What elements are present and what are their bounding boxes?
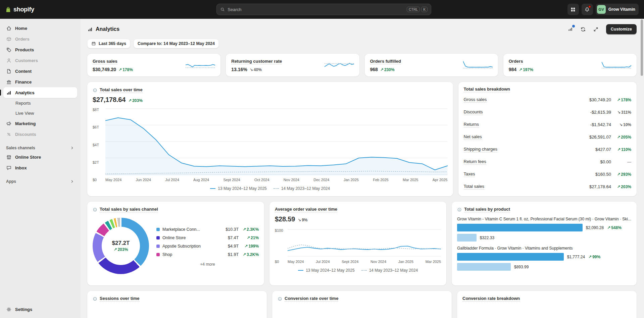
breakdown-label[interactable]: Taxes [464,171,475,177]
chart-legend: 13 May 2024–12 May 2025 14 May 2023–12 M… [93,186,448,191]
breakdown-label[interactable]: Shipping charges [464,147,497,152]
kpi-label[interactable]: Orders fulfilled [370,59,401,64]
x-tick: Sept 2024 [223,178,240,182]
x-tick: Oct 2024 [254,178,269,182]
magic-insights-button[interactable] [565,24,576,35]
show-more-channels-link[interactable]: +4 more [156,262,259,267]
breakdown-label[interactable]: Gross sales [464,97,487,103]
logo-wordmark: shopify [13,6,34,13]
card-title[interactable]: Conversion rate over time [285,296,338,302]
date-range-filter[interactable]: Last 365 days [87,39,130,48]
x-tick: Jul 2024 [316,260,330,264]
home-icon [6,25,12,31]
sidebar-item-finance[interactable]: Finance [3,76,77,87]
channel-swatch [156,228,160,231]
grid-icon [570,7,576,12]
shopify-bag-icon [5,7,11,12]
sidebar-item-discounts[interactable]: Discounts [3,129,77,140]
chevron-right-icon [70,146,75,150]
sidebar-item-inbox[interactable]: Inbox [3,162,77,173]
kpi-value: 13.16% [231,67,247,72]
card-title[interactable]: Total sales over time [100,87,143,93]
sidebar-item-live-view[interactable]: Live View [3,108,77,118]
breakdown-change: — [611,160,631,164]
shopify-logo[interactable]: shopify [5,6,81,13]
vertical-scrollbar[interactable] [641,19,643,76]
sidebar-item-customers[interactable]: Customers [3,55,77,66]
store-menu[interactable]: GV Grow Vitamin [596,4,639,15]
kpi-label[interactable]: Orders [509,59,523,64]
previous-value: $322.33 [480,235,494,240]
sidebar-item-label: Marketing [15,121,36,126]
kpi-card-returning-customer-rate[interactable]: Returning customer rate 13.16% 40% [226,54,359,76]
dotted-line-swatch [361,270,367,271]
info-icon[interactable] [93,297,97,301]
x-axis: May 2024 Jul 2024 Sept 2024 Nov 2024 Jan… [288,260,441,264]
breakdown-label[interactable]: Net sales [464,134,482,140]
breakdown-value: $30,749.20 [589,97,611,102]
y-tick: $100 [275,228,286,232]
admin-tools-button[interactable] [567,4,579,15]
sidebar-item-content[interactable]: Content [3,66,77,76]
x-tick: May 2024 [105,178,121,182]
kpi-change: 40% [250,67,262,72]
channel-change: 21% [241,235,259,240]
x-axis: May 2024 Jun 2024 Jul 2024 Aug 2024 Sept… [105,178,448,182]
aov-change: 9% [298,218,307,222]
legend-label: 14 May 2023–12 May 2024 [281,186,330,191]
info-icon[interactable] [457,207,462,212]
sales-by-product-card: Total sales by product Grow Vitamin - Vi… [452,202,637,285]
card-title[interactable]: Total sales breakdown [464,87,510,92]
kpi-card-gross-sales[interactable]: Gross sales $30,749.20 178% [87,54,220,76]
breakdown-row-returns: Returns -$1,542.74 10% [464,118,631,131]
info-icon[interactable] [93,88,97,93]
breakdown-change: 311% [611,110,631,115]
info-icon[interactable] [278,297,282,301]
breakdown-label[interactable]: Return fees [464,159,486,165]
sidebar-item-home[interactable]: Home [3,23,77,34]
card-title[interactable]: Sessions over time [100,296,140,302]
fullscreen-button[interactable] [591,24,601,35]
kpi-label[interactable]: Gross sales [93,59,117,64]
sidebar-item-settings[interactable]: Settings [3,304,77,315]
compare-filter[interactable]: Compare to: 14 May 2023–12 May 2024 [134,39,219,48]
global-search[interactable]: CTRL K [216,4,431,15]
kpi-card-orders[interactable]: Orders 984 197% [503,54,637,76]
breakdown-label[interactable]: Discounts [464,109,483,115]
sidebar-item-analytics[interactable]: Analytics [3,87,77,98]
compare-label: Compare to: 14 May 2023–12 May 2024 [138,41,215,46]
notifications-button[interactable] [582,4,593,15]
sidebar-item-products[interactable]: Products [3,44,77,55]
x-tick: Nov 2024 [370,260,386,264]
search-input[interactable] [228,7,404,12]
average-order-value-card: Average order value over time $28.59 9% … [269,202,446,285]
customize-button[interactable]: Customize [606,24,637,34]
store-avatar: GV [597,5,606,14]
breakdown-label[interactable]: Total sales [464,184,484,190]
breakdown-label[interactable]: Returns [464,122,479,127]
channel-swatch [156,236,160,240]
sidebar-section-sales-channels[interactable]: Sales channels [3,144,77,152]
card-title[interactable]: Total sales by product [464,207,510,212]
breakdown-value: $27,178.64 [589,184,611,189]
card-title[interactable]: Conversion rate breakdown [462,296,520,302]
sidebar-item-marketing[interactable]: Marketing [3,118,77,129]
card-title[interactable]: Average order value over time [275,207,337,212]
x-tick: Sept 2024 [342,260,358,264]
product-name: Gallbladder Formula · Grow Vitamin · Vit… [457,246,631,251]
kpi-card-orders-fulfilled[interactable]: Orders fulfilled 968 230% [365,54,498,76]
sidebar-item-online-store[interactable]: Online Store [3,152,77,162]
info-icon[interactable] [93,207,97,212]
sidebar-item-orders[interactable]: Orders [3,34,77,44]
compare-data-button[interactable] [578,24,589,35]
sidebar-item-label: Products [15,47,34,52]
channel-value: $4.9T [228,244,239,249]
kpi-label[interactable]: Returning customer rate [231,59,282,64]
notification-badge [588,5,591,8]
sidebar-item-label: Inbox [15,165,27,170]
sidebar-item-reports[interactable]: Reports [3,98,77,108]
breakdown-row-shipping-charges: Shipping charges $427.07 110% [464,143,631,156]
sidebar-section-apps[interactable]: Apps [3,178,77,185]
card-title[interactable]: Total sales by sales channel [100,207,158,212]
channel-swatch [156,253,160,256]
